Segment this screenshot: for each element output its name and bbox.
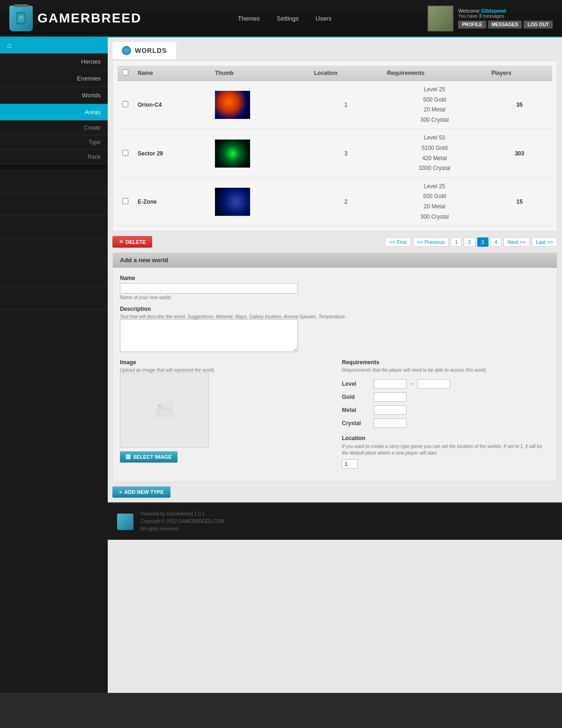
nav-themes[interactable]: Themes: [234, 13, 264, 24]
row-2-thumb: [210, 129, 310, 177]
select-image-button[interactable]: 🖼 SELECT IMAGE: [120, 451, 177, 463]
logo-icon: [9, 6, 33, 31]
next-page-link[interactable]: Next >>: [503, 237, 530, 247]
row-3-requirements: Level 25500 Gold20 Metal300 Crystal: [382, 177, 487, 226]
requirements-col: Requirements Requirements that the playe…: [342, 359, 550, 474]
col-name: Name: [133, 66, 210, 81]
name-input[interactable]: [120, 283, 298, 294]
description-group: Description Text that will describe the …: [120, 306, 550, 353]
row-2-location: 3: [310, 129, 383, 177]
sidebar-home[interactable]: ⌂: [0, 37, 108, 53]
pagination: << First << Previous 1 2 3 4 Next >> Las…: [385, 237, 557, 247]
col-players: Players: [487, 66, 552, 81]
crystal-input[interactable]: [374, 419, 407, 428]
desc-hint: Text that will describe the world. Sugge…: [120, 314, 550, 319]
location-select[interactable]: 1 2 3: [342, 459, 358, 469]
page-tab: WORLDS: [112, 42, 176, 60]
row-2-players: 303: [487, 129, 552, 177]
row-3-location: 2: [310, 177, 383, 226]
name-label: Name: [120, 275, 550, 281]
add-new-type-button[interactable]: + ADD NEW TYPE: [112, 486, 170, 498]
messages-button[interactable]: MESSAGES: [488, 21, 522, 29]
image-placeholder-icon: [150, 394, 178, 427]
footer: Powered by Gamerbreed 1.0.1 Copyright © …: [108, 502, 562, 540]
req-hint: Requirements that the player will need t…: [342, 368, 550, 373]
first-page-link[interactable]: << First: [385, 237, 411, 247]
sidebar-item-create[interactable]: Create: [0, 121, 108, 135]
ezone-thumbnail: [215, 188, 250, 216]
row-2-requirements: Level 535100 Gold420 Metal3300 Crystal: [382, 129, 487, 177]
nav-users[interactable]: Users: [312, 13, 335, 24]
row-1-name: Orion-C4: [133, 81, 210, 129]
nav-area: Themes Settings Users: [234, 13, 335, 24]
description-textarea[interactable]: [120, 319, 298, 352]
sidebar-empty-5: [0, 263, 108, 286]
page-3-link[interactable]: 3: [477, 237, 488, 247]
level-label: Level: [342, 381, 370, 387]
crystal-group: Crystal: [342, 419, 550, 428]
main-layout: ⌂ Heroes Enemies Worlds Areas Create Typ…: [0, 37, 562, 693]
delete-button[interactable]: ✕ DELETE: [112, 236, 152, 248]
orion-thumbnail: [215, 91, 250, 119]
profile-button[interactable]: PROFILE: [458, 21, 486, 29]
form-body: Name Name of your new world. Description…: [113, 268, 557, 481]
sidebar-item-enemies[interactable]: Enemies: [0, 70, 108, 87]
sidebar-empty-3: [0, 216, 108, 239]
select-all-checkbox[interactable]: [122, 69, 128, 75]
level-group: Level ~: [342, 379, 550, 389]
page-2-link[interactable]: 2: [464, 237, 475, 247]
username: G0dspeed: [481, 8, 506, 14]
row-checkbox-2: [118, 129, 133, 177]
level-max-input[interactable]: [417, 379, 450, 389]
sidebar-spacer-1: [0, 164, 108, 169]
worlds-icon: [122, 46, 131, 55]
sidebar-item-type[interactable]: Type: [0, 135, 108, 150]
col-location: Location: [310, 66, 383, 81]
col-checkbox: [118, 66, 133, 81]
sidebar-item-worlds[interactable]: Worlds: [0, 87, 108, 104]
crystal-label: Crystal: [342, 420, 370, 427]
row-3-checkbox[interactable]: [122, 198, 128, 204]
form-header: Add a new world: [113, 253, 557, 268]
sidebar: ⌂ Heroes Enemies Worlds Areas Create Typ…: [0, 37, 108, 693]
add-world-form: Add a new world Name Name of your new wo…: [112, 252, 557, 482]
image-group: Image Upload an image that will represen…: [120, 359, 328, 463]
location-desc: If you want to create a story type game …: [342, 443, 550, 456]
prev-page-link[interactable]: << Previous: [413, 237, 449, 247]
row-1-requirements: Level 25500 Gold20 Metal300 Crystal: [382, 81, 487, 129]
desc-label: Description: [120, 306, 550, 312]
image-col: Image Upload an image that will represen…: [120, 359, 328, 474]
name-group: Name Name of your new world.: [120, 275, 550, 300]
footer-rights: All rights reserved.: [140, 525, 224, 533]
row-1-checkbox[interactable]: [122, 101, 128, 107]
gold-input[interactable]: [374, 392, 407, 402]
footer-copyright: Copyright © 2012 GAMERBREED.COM: [140, 518, 224, 525]
req-label: Requirements: [342, 359, 550, 366]
last-page-link[interactable]: Last >>: [532, 237, 557, 247]
row-2-name: Sector 29: [133, 129, 210, 177]
requirements-group: Requirements Requirements that the playe…: [342, 359, 550, 469]
sidebar-item-race[interactable]: Race: [0, 150, 108, 164]
user-info: Welcome G0dspeed You have 3 messages PRO…: [458, 8, 553, 29]
page-1-link[interactable]: 1: [451, 237, 462, 247]
row-1-thumb: [210, 81, 310, 129]
row-2-checkbox[interactable]: [122, 150, 128, 156]
sidebar-item-heroes[interactable]: Heroes: [0, 53, 108, 70]
metal-input[interactable]: [374, 405, 407, 415]
col-requirements: Requirements: [382, 66, 487, 81]
row-3-name: E-Zone: [133, 177, 210, 226]
tilde-icon: ~: [410, 381, 414, 387]
nav-settings[interactable]: Settings: [273, 13, 303, 24]
logout-button[interactable]: LOG OUT: [524, 21, 553, 29]
sidebar-empty-6: [0, 286, 108, 309]
logo-area: GAMERBREED: [9, 6, 141, 31]
page-4-link[interactable]: 4: [490, 237, 502, 247]
sidebar-item-areas[interactable]: Areas: [0, 104, 108, 121]
footer-logo: [117, 514, 133, 530]
gold-label: Gold: [342, 394, 370, 400]
level-input[interactable]: [374, 379, 407, 389]
pagination-area: ✕ DELETE << First << Previous 1 2 3 4 Ne…: [112, 236, 557, 248]
image-req-row: Image Upload an image that will represen…: [120, 359, 550, 474]
metal-label: Metal: [342, 407, 370, 413]
delete-icon: ✕: [119, 239, 123, 245]
